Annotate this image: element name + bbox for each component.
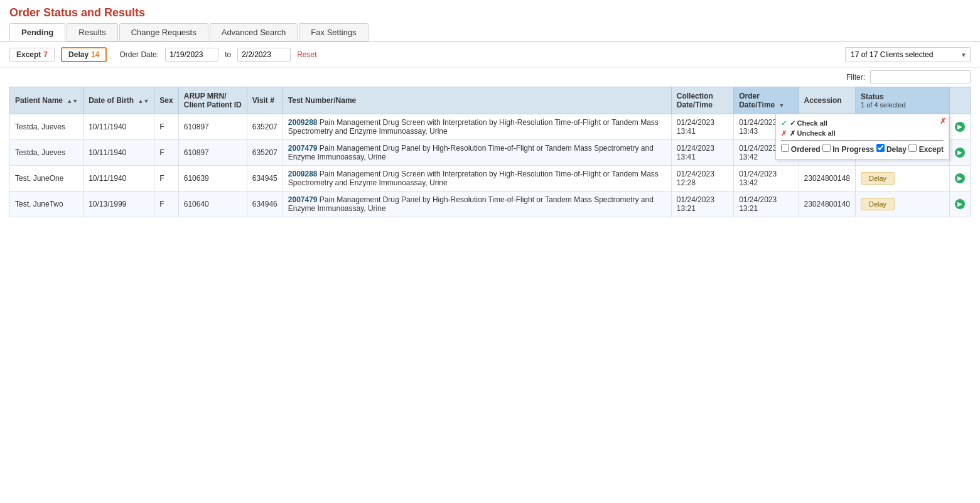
col-sex: Sex <box>154 87 178 114</box>
cell-accession: 23024800140 <box>799 192 855 217</box>
col-visit: Visit # <box>247 87 283 114</box>
close-status-panel[interactable]: ✗ <box>940 117 946 126</box>
sort-arrow-dob: ▲▼ <box>138 98 149 104</box>
tab-pending[interactable]: Pending <box>9 23 65 41</box>
test-number-link[interactable]: 2007479 <box>288 195 318 204</box>
test-number-link[interactable]: 2009288 <box>288 118 318 127</box>
status-option-ordered[interactable]: Ordered <box>781 145 822 154</box>
test-number-link[interactable]: 2007479 <box>288 144 318 153</box>
col-dob[interactable]: Date of Birth ▲▼ <box>83 87 154 114</box>
cell-patient-name: Test, JuneOne <box>10 166 83 192</box>
cell-visit: 634945 <box>247 166 283 192</box>
col-collection-dt: CollectionDate/Time <box>671 87 733 114</box>
action-button[interactable]: ▶ <box>955 148 965 158</box>
filter-input[interactable] <box>870 70 971 84</box>
cell-order-dt: 01/24/2023 13:21 <box>734 192 799 217</box>
uncheck-all-row[interactable]: ✗ ✗ Uncheck all <box>781 129 944 138</box>
check-all-icon: ✓ <box>781 119 787 127</box>
action-button[interactable]: ▶ <box>955 199 965 209</box>
tab-results[interactable]: Results <box>67 23 117 41</box>
sort-arrow-orderdt: ▼ <box>779 102 785 109</box>
cell-status: Delay <box>855 166 949 192</box>
delay-badge[interactable]: Delay 14 <box>61 47 107 62</box>
tab-change-requests[interactable]: Change Requests <box>119 23 208 41</box>
tab-advanced-search[interactable]: Advanced Search <box>210 23 298 41</box>
cell-dob: 10/11/1940 <box>83 114 154 140</box>
col-test-name: Test Number/Name <box>283 87 671 114</box>
checkbox-ordered[interactable] <box>781 144 789 152</box>
cell-visit: 635207 <box>247 140 283 166</box>
cell-action: ▶ <box>949 192 970 217</box>
cell-collection-dt: 01/24/2023 13:41 <box>671 114 733 140</box>
status-badge: Delay <box>861 172 895 185</box>
status-option-except[interactable]: Except <box>908 145 944 154</box>
date-to-input[interactable] <box>237 48 291 62</box>
reset-link[interactable]: Reset <box>297 50 316 59</box>
cell-patient-name: Testda, Jueves <box>10 114 83 140</box>
col-arup-mrn: ARUP MRN/Client Patient ID <box>178 87 247 114</box>
checkbox-in-progress[interactable] <box>822 144 831 152</box>
cell-dob: 10/11/1940 <box>83 166 154 192</box>
status-header-sub: 1 of 4 selected <box>861 101 944 109</box>
cell-visit: 635207 <box>247 114 283 140</box>
filter-label: Filter: <box>846 73 865 82</box>
cell-sex: F <box>154 140 178 166</box>
cell-arup-mrn: 610897 <box>178 114 247 140</box>
table-row: Test, JuneTwo 10/13/1999 F 610640 634946… <box>10 192 971 217</box>
cell-visit: 634946 <box>247 192 283 217</box>
cell-patient-name: Testda, Jueves <box>10 140 83 166</box>
status-header: Status 1 of 4 selected <box>861 92 944 109</box>
client-select[interactable]: 17 of 17 Clients selected <box>845 47 971 62</box>
col-actions <box>949 87 970 114</box>
cell-status: Delay <box>855 192 949 217</box>
cell-order-dt: 01/24/2023 13:42 <box>734 166 799 192</box>
col-order-dt[interactable]: OrderDate/Time ▼ <box>734 87 799 114</box>
cell-arup-mrn: 610639 <box>178 166 247 192</box>
col-patient-name[interactable]: Patient Name ▲▼ <box>10 87 83 114</box>
cell-sex: F <box>154 114 178 140</box>
except-badge[interactable]: Except 7 <box>9 48 55 62</box>
status-option-in-progress[interactable]: In Progress <box>822 145 876 154</box>
action-button[interactable]: ▶ <box>955 122 965 132</box>
date-from-input[interactable] <box>165 48 218 62</box>
results-table: Patient Name ▲▼ Date of Birth ▲▼ Sex ARU… <box>9 87 971 217</box>
status-header-title: Status <box>861 92 944 101</box>
cell-patient-name: Test, JuneTwo <box>10 192 83 217</box>
col-accession: Accession <box>799 87 855 114</box>
to-label: to <box>225 50 231 59</box>
delay-count: 14 <box>91 50 99 59</box>
action-button[interactable]: ▶ <box>955 173 965 183</box>
cell-arup-mrn: 610897 <box>178 140 247 166</box>
checkbox-except[interactable] <box>908 144 917 152</box>
page-title: Order Status and Results <box>0 0 980 23</box>
toolbar: Except 7 Delay 14 Order Date: to Reset 1… <box>0 42 980 68</box>
filter-row: Filter: <box>0 68 980 87</box>
cell-collection-dt: 01/24/2023 13:21 <box>671 192 733 217</box>
table-container: Patient Name ▲▼ Date of Birth ▲▼ Sex ARU… <box>0 87 980 217</box>
tab-fax-settings[interactable]: Fax Settings <box>299 23 368 41</box>
cell-test-name: 2009288 Pain Management Drug Screen with… <box>283 114 671 140</box>
status-option-delay[interactable]: Delay <box>876 145 909 154</box>
status-badge: Delay <box>861 198 895 210</box>
except-count: 7 <box>43 50 48 59</box>
client-select-wrapper: 17 of 17 Clients selected ▼ <box>845 47 971 62</box>
cell-test-name: 2009288 Pain Management Drug Screen with… <box>283 166 671 192</box>
status-dropdown-panel: ✗ ✓ ✓ Check all ✗ ✗ Uncheck all Ordered <box>775 114 949 160</box>
cell-test-name: 2007479 Pain Management Drug Panel by Hi… <box>283 140 671 166</box>
check-all-row[interactable]: ✓ ✓ Check all <box>781 119 944 127</box>
except-label: Except <box>16 50 41 59</box>
cell-action: ▶ <box>949 114 970 140</box>
order-date-label: Order Date: <box>119 50 159 59</box>
cell-sex: F <box>154 166 178 192</box>
checkbox-delay[interactable] <box>876 144 885 152</box>
cell-action: ▶ <box>949 140 970 166</box>
cell-accession: 23024800148 <box>799 166 855 192</box>
cell-collection-dt: 01/24/2023 13:41 <box>671 140 733 166</box>
cell-dob: 10/11/1940 <box>83 140 154 166</box>
test-number-link[interactable]: 2009288 <box>288 170 318 178</box>
col-status[interactable]: Status 1 of 4 selected ✗ ✓ ✓ Check all ✗… <box>855 87 949 114</box>
cell-action: ▶ <box>949 166 970 192</box>
cell-collection-dt: 01/24/2023 12:28 <box>671 166 733 192</box>
sort-arrow-patient: ▲▼ <box>67 98 78 104</box>
cell-dob: 10/13/1999 <box>83 192 154 217</box>
